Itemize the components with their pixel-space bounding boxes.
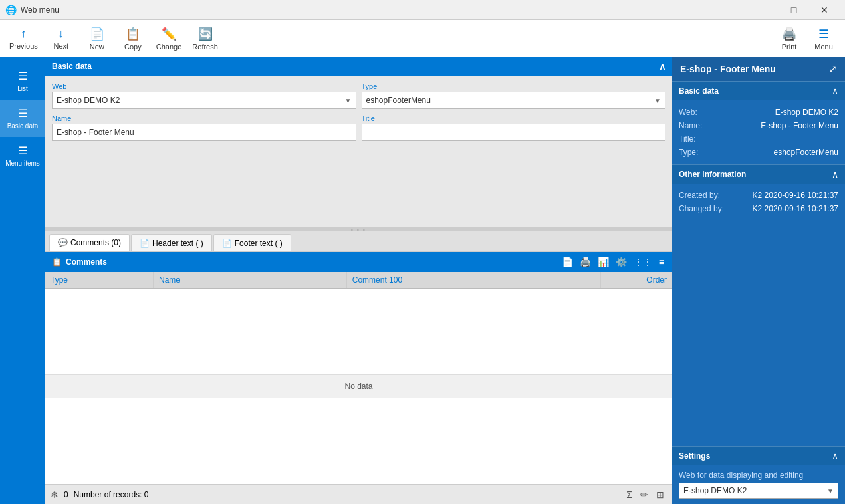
title-bar-controls: — □ ✕ <box>748 0 840 20</box>
type-label: Type <box>362 82 666 90</box>
panel-name-label: Name: <box>679 121 702 130</box>
previous-icon: ↑ <box>21 27 27 41</box>
close-button[interactable]: ✕ <box>809 0 840 20</box>
main-layout: ☰ List ☰ Basic data ☰ Menu items Basic d… <box>0 57 845 504</box>
table-header: Type Name Comment 100 Order <box>45 272 672 289</box>
panel-name-row: Name: E-shop - Footer Menu <box>679 119 838 132</box>
tab-footer-text-label: Footer text ( ) <box>235 239 283 248</box>
new-label: New <box>90 43 104 51</box>
settings-web-input[interactable]: E-shop DEMO K2 ▼ <box>679 483 838 499</box>
form-row-web-type: Web E-shop DEMO K2 ▼ Type eshopFooterMen… <box>52 82 665 109</box>
previous-button[interactable]: ↑ Previous <box>5 23 42 55</box>
settings-web-value: E-shop DEMO K2 <box>683 486 827 495</box>
records-count: 0 <box>64 490 68 499</box>
menu-items-icon: ☰ <box>18 144 27 157</box>
content-area: Basic data ∧ Web E-shop DEMO K2 ▼ Type <box>45 57 672 504</box>
form-row-name-title: Name E-shop - Footer Menu Title <box>52 114 665 141</box>
panel-web-row: Web: E-shop DEMO K2 <box>679 106 838 119</box>
refresh-button[interactable]: 🔄 Refresh <box>188 23 222 55</box>
panel-web-value: E-shop DEMO K2 <box>703 108 838 117</box>
records-label: Number of records: 0 <box>74 490 149 499</box>
sidebar-item-basic-data[interactable]: ☰ Basic data <box>0 100 45 137</box>
sidebar-item-menu-items[interactable]: ☰ Menu items <box>0 137 45 174</box>
name-value: E-shop - Footer Menu <box>57 128 352 137</box>
settings-collapse[interactable]: ∧ <box>832 451 838 461</box>
panel-title-row: Title: <box>679 132 838 146</box>
tab-comments-label: Comments (0) <box>70 238 121 247</box>
title-bar-left: 🌐 Web menu <box>5 5 59 15</box>
tab-comments[interactable]: 💬 Comments (0) <box>49 234 130 251</box>
copy-button[interactable]: 📋 Copy <box>116 23 150 55</box>
settings-btn[interactable]: ⚙️ <box>614 255 628 269</box>
web-dropdown-arrow: ▼ <box>345 97 352 104</box>
chart-btn[interactable]: 📊 <box>596 255 610 269</box>
basic-data-collapse-btn[interactable]: ∧ <box>659 61 665 72</box>
columns-btn[interactable]: ⋮⋮ <box>632 255 654 269</box>
panel-basic-data-content: Web: E-shop DEMO K2 Name: E-shop - Foote… <box>672 100 845 164</box>
minimize-button[interactable]: — <box>748 0 779 20</box>
panel-changed-value: K2 2020-09-16 10:21:37 <box>729 204 838 213</box>
status-left: ❄ 0 Number of records: 0 <box>51 489 148 500</box>
settings-section: Settings ∧ Web for data displaying and e… <box>672 446 845 504</box>
print-comments-btn[interactable]: 🖨️ <box>578 255 592 269</box>
header-text-tab-icon: 📄 <box>140 239 150 248</box>
menu-button[interactable]: ☰ Menu <box>808 23 840 55</box>
comments-icon: 📋 <box>52 257 62 267</box>
sum-btn[interactable]: Σ <box>624 488 635 501</box>
panel-title-bar: E-shop - Footer Menu ⤢ <box>672 57 845 81</box>
panel-basic-data-collapse[interactable]: ∧ <box>832 86 838 96</box>
panel-expand-btn[interactable]: ⤢ <box>829 64 837 74</box>
tab-header-text[interactable]: 📄 Header text ( ) <box>131 234 212 251</box>
refresh-icon: 🔄 <box>198 27 213 41</box>
comments-header-left: 📋 Comments <box>52 257 107 267</box>
panel-title-label: Title: <box>679 134 696 144</box>
col-header-name: Name <box>154 272 347 288</box>
new-icon: 📄 <box>90 27 104 41</box>
sidebar-item-basic-data-label: Basic data <box>7 122 39 130</box>
comments-title: Comments <box>66 257 107 267</box>
name-label: Name <box>52 114 356 122</box>
table-body-space <box>45 398 672 484</box>
panel-other-info-collapse[interactable]: ∧ <box>832 169 838 180</box>
edit-btn[interactable]: ✏ <box>638 488 651 501</box>
basic-data-content: Web E-shop DEMO K2 ▼ Type eshopFooterMen… <box>45 76 672 148</box>
panel-spacer <box>672 221 845 446</box>
panel-changed-row: Changed by: K2 2020-09-16 10:21:37 <box>679 202 838 215</box>
panel-created-label: Created by: <box>679 191 720 200</box>
no-data-row: No data <box>45 374 672 398</box>
upper-section: Basic data ∧ Web E-shop DEMO K2 ▼ Type <box>45 57 672 227</box>
add-comment-btn[interactable]: 📄 <box>560 255 574 269</box>
panel-other-info-header: Other information ∧ <box>672 164 845 184</box>
print-button[interactable]: 🖨️ Print <box>773 23 805 55</box>
next-button[interactable]: ↓ Next <box>45 23 78 55</box>
new-button[interactable]: 📄 New <box>80 23 114 55</box>
app-icon: 🌐 <box>5 5 17 15</box>
menu-icon: ☰ <box>818 27 829 41</box>
type-input[interactable]: eshopFooterMenu ▼ <box>362 92 666 109</box>
title-input[interactable] <box>362 124 666 141</box>
maximize-button[interactable]: □ <box>779 0 809 20</box>
footer-text-tab-icon: 📄 <box>222 239 232 248</box>
comments-tab-icon: 💬 <box>58 238 68 247</box>
table-body <box>45 289 672 374</box>
more-btn[interactable]: ≡ <box>658 255 665 269</box>
form-group-type: Type eshopFooterMenu ▼ <box>362 82 666 109</box>
settings-web-label: Web for data displaying and editing <box>679 471 838 480</box>
title-bar: 🌐 Web menu — □ ✕ <box>0 0 845 20</box>
change-button[interactable]: ✏️ Change <box>152 23 186 55</box>
name-input[interactable]: E-shop - Footer Menu <box>52 124 356 141</box>
export-btn[interactable]: ⊞ <box>654 488 667 501</box>
panel-title: E-shop - Footer Menu <box>680 64 776 74</box>
toolbar: ↑ Previous ↓ Next 📄 New 📋 Copy ✏️ Change… <box>0 20 845 57</box>
web-input[interactable]: E-shop DEMO K2 ▼ <box>52 92 356 109</box>
app-title: Web menu <box>21 5 59 15</box>
tab-footer-text[interactable]: 📄 Footer text ( ) <box>213 234 291 251</box>
form-group-web: Web E-shop DEMO K2 ▼ <box>52 82 356 109</box>
sidebar-item-list[interactable]: ☰ List <box>0 63 45 100</box>
panel-created-value: K2 2020-09-16 10:21:37 <box>725 191 838 200</box>
copy-icon: 📋 <box>126 27 140 41</box>
status-bar: ❄ 0 Number of records: 0 Σ ✏ ⊞ <box>45 484 672 504</box>
sidebar-item-menu-items-label: Menu items <box>5 160 40 168</box>
no-data-text: No data <box>344 382 372 391</box>
form-group-title: Title <box>362 114 666 141</box>
